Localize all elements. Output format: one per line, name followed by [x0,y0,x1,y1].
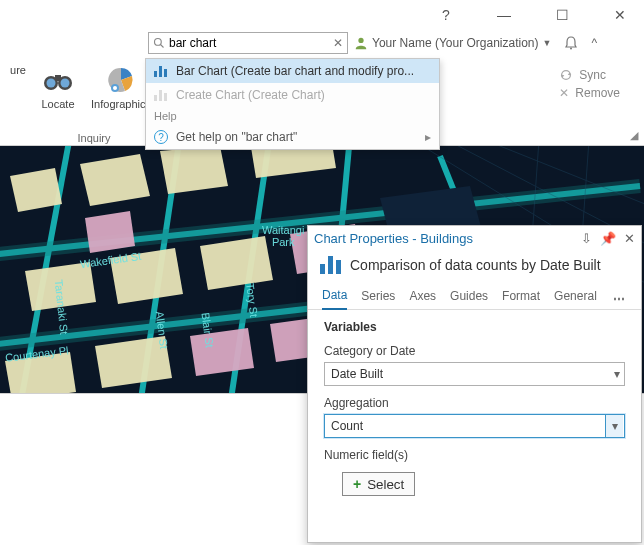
command-search[interactable]: ✕ [148,32,348,54]
svg-point-2 [358,38,363,43]
chevron-right-icon: ▸ [425,130,431,144]
variables-section-label: Variables [324,320,625,334]
svg-rect-8 [55,75,61,81]
infographics-icon [105,64,137,96]
tab-format[interactable]: Format [502,289,540,309]
notification-icon[interactable] [563,35,579,51]
chart-heading: Comparison of data counts by Date Built [350,257,601,273]
minimize-icon[interactable]: — [486,7,522,23]
search-suggestions: Bar Chart (Create bar chart and modify p… [145,58,440,150]
svg-marker-24 [190,328,254,376]
binoculars-icon [42,64,74,96]
suggestion-bar-chart[interactable]: Bar Chart (Create bar chart and modify p… [146,59,439,83]
svg-point-0 [155,39,162,46]
tab-data[interactable]: Data [322,288,347,310]
tab-general[interactable]: General [554,289,597,309]
locate-button[interactable]: Locate [34,62,82,110]
ribbon-dialog-launcher[interactable]: ◢ [630,129,638,142]
suggestion-create-chart: Create Chart (Create Chart) [146,83,439,107]
svg-point-3 [570,48,572,50]
category-select[interactable]: Date Built ▾ [324,362,625,386]
help-icon[interactable]: ? [428,7,464,23]
suggestion-help[interactable]: ? Get help on "bar chart" ▸ [146,125,439,149]
command-search-input[interactable] [169,36,329,50]
aggregation-label: Aggregation [324,396,625,410]
svg-point-6 [47,79,56,88]
panel-tabs: Data Series Axes Guides Format General ⋯… [308,284,641,310]
panel-close-icon[interactable]: ✕ [624,231,635,246]
chevron-down-icon: ▾ [612,419,618,433]
chart-properties-panel: Chart Properties - Buildings ⇩ 📌 ✕ Compa… [307,225,642,543]
bar-chart-icon [320,256,342,274]
bar-chart-icon [154,65,168,77]
tab-guides[interactable]: Guides [450,289,488,309]
help-circle-icon: ? [154,130,168,144]
sync-icon [559,68,573,82]
panel-title: Chart Properties - Buildings [314,231,473,246]
collapse-ribbon-icon[interactable]: ^ [591,36,597,50]
user-icon [354,36,368,50]
autohide-icon[interactable]: ⇩ [581,231,592,246]
maximize-icon[interactable]: ☐ [544,7,580,23]
select-fields-button[interactable]: + Select [342,472,415,496]
tab-series[interactable]: Series [361,289,395,309]
category-label: Category or Date [324,344,625,358]
svg-marker-26 [85,211,135,253]
tab-axes[interactable]: Axes [409,289,436,309]
bar-chart-icon [154,89,168,101]
clear-search-icon[interactable]: ✕ [333,36,343,50]
aggregation-select[interactable]: Count ▾ [324,414,625,438]
suggestion-help-header: Help [146,107,439,125]
close-icon[interactable]: ✕ [602,7,638,23]
user-dropdown-icon[interactable]: ▼ [543,38,552,48]
svg-point-7 [61,79,70,88]
svg-point-10 [113,86,117,90]
ribbon-group-label: Inquiry [77,132,110,145]
sync-button: Sync [559,68,620,82]
tab-more-icon[interactable]: ⋯ [613,292,625,306]
numeric-fields-label: Numeric field(s) [324,448,625,462]
search-icon [153,37,165,49]
measure-button[interactable]: ure [8,62,28,76]
plus-icon: + [353,476,361,492]
pin-icon[interactable]: 📌 [600,231,616,246]
user-label[interactable]: Your Name (Your Organization) [372,36,539,50]
remove-button: ✕ Remove [559,86,620,100]
svg-marker-16 [160,146,228,194]
chevron-down-icon: ▾ [614,367,620,381]
svg-line-1 [161,45,164,48]
map-label-park: Waitangi Park [262,224,304,248]
remove-icon: ✕ [559,86,569,100]
